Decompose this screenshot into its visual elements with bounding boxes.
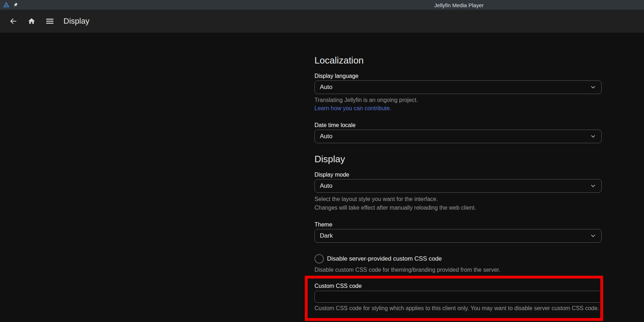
chevron-down-icon [590, 233, 596, 239]
settings-column: Localization Display language Auto Trans… [314, 33, 602, 312]
pin-icon[interactable] [13, 3, 18, 8]
app-header: Display [0, 10, 644, 33]
chevron-down-icon [590, 183, 596, 189]
date-time-locale-label: Date time locale [314, 122, 602, 129]
circle-checkbox[interactable] [314, 254, 324, 263]
translate-note: Translating Jellyfin is an ongoing proje… [314, 97, 602, 104]
custom-css-label: Custom CSS code [314, 283, 602, 290]
os-titlebar: Jellyfin Media Player [0, 0, 644, 10]
display-language-select[interactable]: Auto [314, 80, 602, 94]
display-heading: Display [314, 154, 602, 164]
display-mode-select[interactable]: Auto [314, 179, 602, 193]
menu-icon [46, 17, 54, 25]
arrow-left-icon [9, 17, 18, 25]
chevron-down-icon [590, 133, 596, 140]
display-language-value: Auto [320, 84, 332, 91]
settings-content: Localization Display language Auto Trans… [0, 33, 644, 322]
window-title: Jellyfin Media Player [434, 2, 484, 8]
chevron-down-icon [590, 84, 596, 90]
disable-server-css-label: Disable server-provided custom CSS code [327, 255, 442, 262]
custom-css-input[interactable] [314, 291, 602, 303]
disable-server-css-checkbox[interactable]: Disable server-provided custom CSS code [314, 254, 602, 263]
custom-css-help: Custom CSS code for styling which applie… [314, 305, 602, 312]
display-language-label: Display language [314, 73, 602, 80]
home-button[interactable] [27, 17, 36, 25]
localization-heading: Localization [314, 55, 602, 66]
home-icon [28, 17, 35, 25]
page-title: Display [63, 17, 89, 26]
date-time-locale-select[interactable]: Auto [314, 130, 602, 143]
date-time-locale-value: Auto [320, 133, 332, 140]
theme-label: Theme [314, 221, 602, 228]
display-mode-help-2: Changes will take effect after manually … [314, 204, 602, 211]
display-mode-value: Auto [320, 182, 332, 190]
back-button[interactable] [9, 17, 18, 25]
titlebar-icons [0, 1, 18, 8]
display-mode-label: Display mode [314, 171, 602, 178]
theme-value: Dark [320, 232, 333, 239]
menu-button[interactable] [46, 17, 54, 25]
theme-select[interactable]: Dark [314, 229, 602, 243]
contribute-link[interactable]: Learn how you can contribute. [314, 105, 391, 112]
display-mode-help-1: Select the layout style you want for the… [314, 196, 602, 203]
disable-server-css-help: Disable custom CSS code for theming/bran… [314, 266, 602, 274]
jellyfin-logo-icon [3, 1, 10, 8]
